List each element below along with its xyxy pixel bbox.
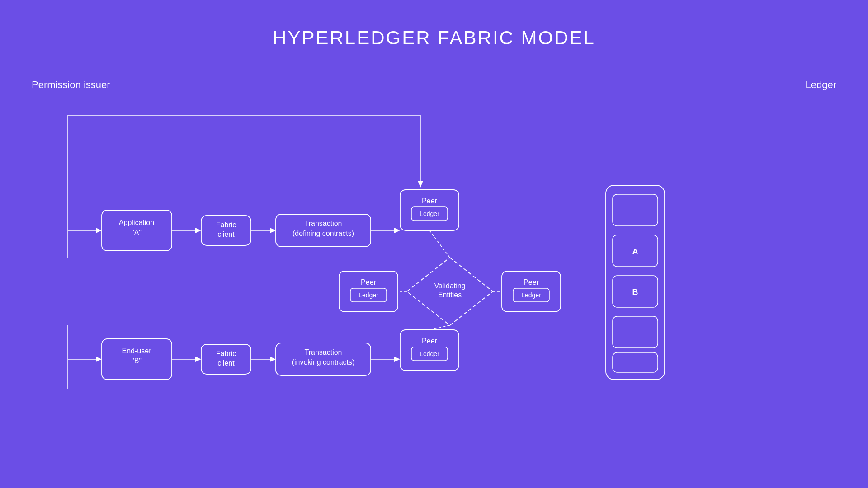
diagram-svg: Application "A" Fabric client Transactio…: [27, 63, 841, 461]
diagram-area: Permission issuer Ledger Application "A": [27, 63, 841, 461]
svg-text:Ledger: Ledger: [521, 291, 541, 299]
svg-rect-68: [613, 316, 658, 348]
svg-text:(invoking contracts): (invoking contracts): [292, 358, 355, 366]
svg-text:End-user: End-user: [122, 347, 152, 355]
svg-rect-62: [606, 185, 665, 380]
page-title: HYPERLEDGER FABRIC MODEL: [0, 0, 868, 49]
svg-text:B: B: [632, 288, 638, 297]
svg-marker-18: [270, 228, 276, 233]
svg-marker-8: [96, 357, 102, 362]
svg-text:Validating: Validating: [434, 282, 465, 290]
svg-text:"A": "A": [132, 229, 142, 236]
svg-line-46: [429, 325, 450, 330]
svg-text:Entities: Entities: [438, 291, 462, 299]
svg-rect-69: [613, 352, 658, 372]
svg-marker-13: [195, 228, 201, 233]
svg-text:Peer: Peer: [422, 197, 437, 205]
svg-text:A: A: [632, 247, 638, 256]
svg-text:Ledger: Ledger: [359, 291, 378, 299]
svg-line-43: [429, 230, 450, 258]
svg-text:Peer: Peer: [361, 278, 376, 286]
page: HYPERLEDGER FABRIC MODEL Permission issu…: [0, 0, 868, 488]
svg-rect-63: [613, 194, 658, 226]
svg-marker-61: [394, 357, 400, 362]
svg-text:Transaction: Transaction: [305, 348, 342, 356]
svg-text:Peer: Peer: [524, 278, 539, 286]
svg-text:Ledger: Ledger: [420, 350, 439, 357]
svg-marker-6: [96, 228, 102, 233]
svg-marker-51: [195, 357, 201, 362]
svg-text:Ledger: Ledger: [420, 210, 439, 217]
svg-text:"B": "B": [132, 357, 142, 365]
svg-text:Fabric: Fabric: [216, 221, 236, 229]
svg-text:Fabric: Fabric: [216, 350, 236, 357]
svg-text:Transaction: Transaction: [305, 220, 342, 227]
svg-text:Application: Application: [119, 219, 154, 226]
svg-marker-23: [394, 228, 400, 233]
svg-text:client: client: [217, 230, 235, 238]
svg-marker-56: [270, 357, 276, 362]
svg-text:Peer: Peer: [422, 337, 437, 345]
svg-text:(defining contracts): (defining contracts): [292, 230, 354, 237]
svg-text:client: client: [217, 359, 235, 367]
svg-marker-2: [418, 181, 423, 188]
